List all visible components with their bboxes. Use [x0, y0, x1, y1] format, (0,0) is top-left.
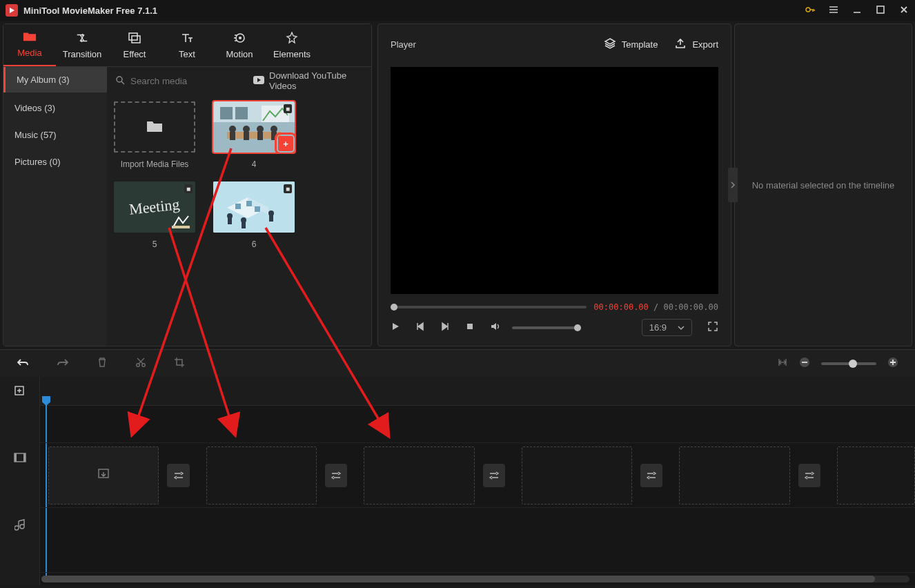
timeline-ruler[interactable] — [40, 377, 915, 406]
video-preview[interactable] — [391, 67, 718, 294]
svg-point-16 — [243, 126, 250, 133]
prev-frame-button[interactable] — [415, 322, 425, 333]
transition-placeholder[interactable] — [640, 464, 662, 487]
tab-elements[interactable]: Elements — [266, 24, 318, 66]
transition-placeholder[interactable] — [325, 464, 347, 487]
sidebar-item-music[interactable]: Music (57) — [3, 121, 107, 148]
template-label: Template — [622, 39, 658, 50]
menu-icon[interactable] — [828, 4, 839, 17]
svg-rect-15 — [230, 132, 235, 140]
video-badge-icon: ■ — [184, 184, 193, 193]
sidebar-item-label: My Album (3) — [17, 75, 70, 85]
crop-button[interactable] — [174, 357, 185, 370]
timeline-slot[interactable] — [837, 447, 915, 504]
transition-placeholder[interactable] — [798, 464, 820, 487]
search-input[interactable] — [130, 76, 247, 86]
add-to-timeline-button[interactable]: + — [278, 136, 293, 151]
sidebar-item-my-album[interactable]: My Album (3) — [3, 67, 107, 92]
folder-icon — [23, 30, 37, 43]
video-track-icon — [0, 443, 39, 472]
fullscreen-button[interactable] — [707, 321, 718, 334]
aspect-ratio-value: 16:9 — [649, 322, 667, 333]
timeline-slot[interactable] — [206, 447, 317, 504]
redo-button[interactable] — [57, 357, 69, 369]
tab-effect-label: Effect — [123, 49, 146, 59]
timeline-slot[interactable] — [48, 447, 159, 504]
zoom-out-button[interactable] — [799, 357, 810, 370]
sidebar-item-label: Videos (3) — [14, 103, 55, 113]
player-seek-bar[interactable] — [391, 306, 587, 308]
export-label: Export — [692, 39, 718, 50]
svg-point-20 — [270, 126, 277, 133]
maximize-icon[interactable] — [875, 5, 886, 17]
svg-point-0 — [806, 8, 810, 12]
timeline-slot[interactable] — [364, 447, 474, 504]
timecode: 00:00:00.00 / 00:00:00.00 — [593, 302, 718, 312]
delete-button[interactable] — [97, 357, 108, 370]
tab-effect[interactable]: Effect — [108, 24, 161, 66]
svg-rect-24 — [235, 204, 241, 209]
transition-icon — [75, 31, 89, 45]
svg-point-6 — [117, 77, 122, 82]
tab-text[interactable]: Text — [161, 24, 213, 66]
timeline-spacer-track — [40, 406, 915, 443]
tab-motion[interactable]: Motion — [213, 24, 266, 66]
import-media-button[interactable]: Import Media Files — [114, 101, 195, 169]
aspect-ratio-select[interactable]: 16:9 — [642, 319, 692, 336]
app-logo-icon — [6, 4, 18, 17]
play-button[interactable] — [391, 322, 400, 333]
timeline-slot[interactable] — [679, 447, 789, 504]
media-item-6[interactable]: ■ 6 — [213, 182, 295, 249]
volume-button[interactable] — [490, 322, 501, 333]
template-button[interactable]: Template — [604, 37, 658, 52]
effect-icon — [128, 31, 141, 45]
stop-button[interactable] — [465, 322, 475, 333]
fit-timeline-button[interactable] — [777, 357, 788, 370]
license-key-icon[interactable] — [805, 4, 816, 17]
import-media-label: Import Media Files — [121, 159, 189, 169]
download-youtube-button[interactable]: Download YouTube Videos — [253, 70, 363, 91]
sidebar-item-pictures[interactable]: Pictures (0) — [3, 148, 107, 175]
svg-rect-3 — [132, 36, 140, 43]
svg-rect-2 — [129, 33, 137, 40]
undo-button[interactable] — [17, 357, 29, 369]
tab-text-label: Text — [179, 49, 195, 59]
tab-transition-label: Transition — [63, 49, 102, 59]
split-button[interactable] — [135, 357, 146, 370]
next-frame-button[interactable] — [440, 322, 450, 333]
player-title: Player — [391, 39, 416, 50]
zoom-in-button[interactable] — [887, 357, 898, 370]
tab-media[interactable]: Media — [3, 23, 56, 66]
timeline-video-track[interactable] — [40, 443, 915, 508]
chevron-down-icon — [678, 322, 685, 333]
collapse-inspector-button[interactable] — [728, 168, 738, 202]
media-item-label: 5 — [152, 239, 157, 249]
transition-placeholder[interactable] — [483, 464, 505, 487]
export-button[interactable]: Export — [674, 37, 718, 52]
svg-point-5 — [239, 37, 242, 39]
search-icon — [115, 75, 125, 87]
sidebar-item-videos[interactable]: Videos (3) — [3, 95, 107, 121]
media-item-5[interactable]: Meeting ■ 5 — [114, 182, 195, 249]
zoom-slider[interactable] — [821, 362, 876, 365]
media-grid: Import Media Files — [107, 95, 371, 346]
drop-icon — [97, 467, 110, 483]
minimize-icon[interactable] — [852, 5, 863, 17]
transition-placeholder[interactable] — [167, 464, 189, 487]
add-track-button[interactable] — [0, 377, 39, 406]
volume-slider[interactable] — [512, 326, 581, 329]
thumbnail-art — [213, 182, 295, 233]
svg-rect-10 — [220, 107, 233, 119]
timeline[interactable] — [0, 377, 915, 585]
svg-rect-21 — [271, 132, 277, 140]
tab-transition[interactable]: Transition — [56, 24, 108, 66]
sidebar-item-label: Music (57) — [14, 130, 57, 140]
timeline-slot[interactable] — [522, 447, 632, 504]
timeline-audio-track[interactable] — [40, 508, 915, 573]
svg-rect-28 — [228, 217, 232, 224]
media-item-4[interactable]: ■ + 4 — [213, 101, 295, 169]
main-tabs: Media Transition Effect Text Motion Elem… — [3, 24, 371, 67]
timeline-scrollbar[interactable] — [41, 576, 909, 582]
close-icon[interactable] — [898, 5, 909, 17]
svg-point-34 — [137, 364, 139, 366]
